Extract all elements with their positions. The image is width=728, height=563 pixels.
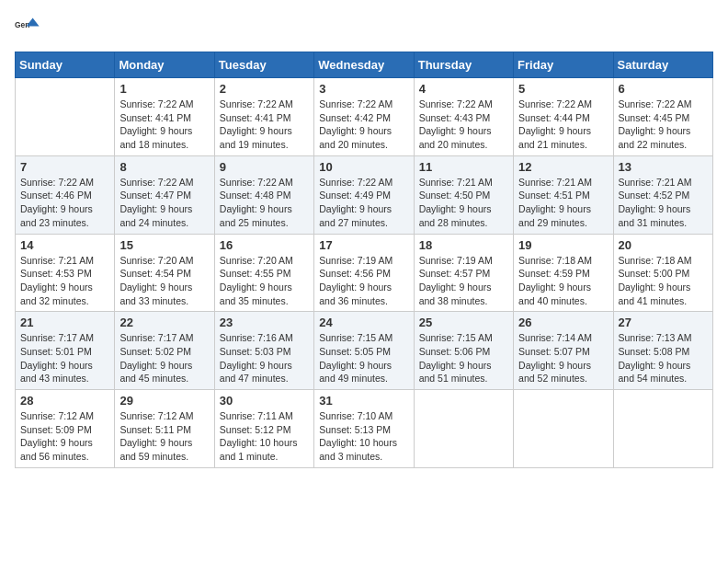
day-info: Sunrise: 7:22 AMSunset: 4:41 PMDaylight:… (220, 98, 309, 152)
day-info: Sunrise: 7:19 AMSunset: 4:56 PMDaylight:… (319, 254, 408, 308)
day-number: 6 (619, 82, 708, 96)
calendar-cell: 28Sunrise: 7:12 AMSunset: 5:09 PMDayligh… (16, 390, 115, 468)
day-info: Sunrise: 7:21 AMSunset: 4:53 PMDaylight:… (20, 254, 109, 308)
calendar-cell: 26Sunrise: 7:14 AMSunset: 5:07 PMDayligh… (514, 312, 613, 390)
day-info: Sunrise: 7:22 AMSunset: 4:45 PMDaylight:… (619, 98, 708, 152)
day-info: Sunrise: 7:21 AMSunset: 4:50 PMDaylight:… (419, 176, 508, 230)
weekday-header-tuesday: Tuesday (214, 52, 313, 78)
calendar-cell: 1Sunrise: 7:22 AMSunset: 4:41 PMDaylight… (115, 78, 214, 156)
day-info: Sunrise: 7:13 AMSunset: 5:08 PMDaylight:… (619, 331, 708, 385)
day-number: 15 (119, 238, 209, 252)
day-number: 3 (319, 82, 408, 96)
calendar-cell (613, 390, 712, 468)
day-info: Sunrise: 7:16 AMSunset: 5:03 PMDaylight:… (220, 331, 309, 385)
calendar-cell: 31Sunrise: 7:10 AMSunset: 5:13 PMDayligh… (314, 390, 414, 468)
weekday-header-saturday: Saturday (613, 52, 712, 78)
calendar-cell: 9Sunrise: 7:22 AMSunset: 4:48 PMDaylight… (214, 155, 313, 234)
day-info: Sunrise: 7:20 AMSunset: 4:55 PMDaylight:… (220, 254, 309, 308)
day-info: Sunrise: 7:22 AMSunset: 4:47 PMDaylight:… (119, 176, 209, 230)
day-info: Sunrise: 7:15 AMSunset: 5:05 PMDaylight:… (319, 331, 408, 385)
day-number: 16 (220, 238, 309, 252)
week-row-4: 21Sunrise: 7:17 AMSunset: 5:01 PMDayligh… (16, 312, 713, 390)
calendar-cell: 20Sunrise: 7:18 AMSunset: 5:00 PMDayligh… (613, 234, 712, 312)
calendar-cell: 2Sunrise: 7:22 AMSunset: 4:41 PMDaylight… (214, 78, 313, 156)
calendar-cell: 22Sunrise: 7:17 AMSunset: 5:02 PMDayligh… (115, 312, 214, 390)
day-info: Sunrise: 7:20 AMSunset: 4:54 PMDaylight:… (119, 254, 209, 308)
day-info: Sunrise: 7:14 AMSunset: 5:07 PMDaylight:… (518, 331, 608, 385)
calendar-cell: 23Sunrise: 7:16 AMSunset: 5:03 PMDayligh… (214, 312, 313, 390)
day-info: Sunrise: 7:12 AMSunset: 5:11 PMDaylight:… (119, 409, 209, 464)
day-info: Sunrise: 7:17 AMSunset: 5:02 PMDaylight:… (119, 331, 209, 385)
day-number: 11 (419, 160, 508, 174)
day-info: Sunrise: 7:15 AMSunset: 5:06 PMDaylight:… (419, 331, 508, 385)
calendar-cell (414, 390, 513, 468)
calendar-cell: 11Sunrise: 7:21 AMSunset: 4:50 PMDayligh… (414, 155, 513, 234)
day-info: Sunrise: 7:22 AMSunset: 4:42 PMDaylight:… (319, 98, 408, 152)
day-info: Sunrise: 7:19 AMSunset: 4:57 PMDaylight:… (419, 254, 508, 308)
weekday-header-wednesday: Wednesday (314, 52, 414, 78)
day-info: Sunrise: 7:22 AMSunset: 4:41 PMDaylight:… (119, 98, 209, 152)
calendar-cell: 5Sunrise: 7:22 AMSunset: 4:44 PMDaylight… (514, 78, 613, 156)
header: Gen (15, 15, 713, 40)
day-number: 10 (319, 160, 408, 174)
calendar-cell: 6Sunrise: 7:22 AMSunset: 4:45 PMDaylight… (613, 78, 712, 156)
calendar-cell: 25Sunrise: 7:15 AMSunset: 5:06 PMDayligh… (414, 312, 513, 390)
day-number: 31 (319, 394, 408, 408)
day-number: 14 (20, 238, 109, 252)
day-info: Sunrise: 7:18 AMSunset: 5:00 PMDaylight:… (619, 254, 708, 308)
calendar-cell (16, 78, 115, 156)
calendar-cell: 24Sunrise: 7:15 AMSunset: 5:05 PMDayligh… (314, 312, 414, 390)
weekday-header-friday: Friday (514, 52, 613, 78)
weekday-header-thursday: Thursday (414, 52, 513, 78)
day-info: Sunrise: 7:18 AMSunset: 4:59 PMDaylight:… (518, 254, 608, 308)
logo-icon: Gen (15, 15, 40, 40)
day-number: 4 (419, 82, 508, 96)
day-info: Sunrise: 7:10 AMSunset: 5:13 PMDaylight:… (319, 409, 408, 464)
day-info: Sunrise: 7:21 AMSunset: 4:51 PMDaylight:… (518, 176, 608, 230)
week-row-2: 7Sunrise: 7:22 AMSunset: 4:46 PMDaylight… (16, 155, 713, 234)
weekday-header-row: SundayMondayTuesdayWednesdayThursdayFrid… (16, 52, 713, 78)
day-number: 24 (319, 316, 408, 329)
calendar-cell: 14Sunrise: 7:21 AMSunset: 4:53 PMDayligh… (16, 234, 115, 312)
day-info: Sunrise: 7:17 AMSunset: 5:01 PMDaylight:… (20, 331, 109, 385)
day-number: 23 (220, 316, 309, 329)
day-number: 9 (220, 160, 309, 174)
day-number: 25 (419, 316, 508, 329)
day-number: 1 (119, 82, 209, 96)
calendar-cell: 3Sunrise: 7:22 AMSunset: 4:42 PMDaylight… (314, 78, 414, 156)
day-info: Sunrise: 7:22 AMSunset: 4:48 PMDaylight:… (220, 176, 309, 230)
day-number: 28 (20, 394, 109, 408)
day-info: Sunrise: 7:12 AMSunset: 5:09 PMDaylight:… (20, 409, 109, 464)
day-info: Sunrise: 7:21 AMSunset: 4:52 PMDaylight:… (619, 176, 708, 230)
calendar-cell: 30Sunrise: 7:11 AMSunset: 5:12 PMDayligh… (214, 390, 313, 468)
weekday-header-monday: Monday (115, 52, 214, 78)
day-number: 7 (20, 160, 109, 174)
day-info: Sunrise: 7:22 AMSunset: 4:49 PMDaylight:… (319, 176, 408, 230)
logo: Gen (15, 15, 44, 40)
weekday-header-sunday: Sunday (16, 52, 115, 78)
week-row-1: 1Sunrise: 7:22 AMSunset: 4:41 PMDaylight… (16, 78, 713, 156)
day-number: 29 (119, 394, 209, 408)
day-number: 12 (518, 160, 608, 174)
calendar-cell: 15Sunrise: 7:20 AMSunset: 4:54 PMDayligh… (115, 234, 214, 312)
day-number: 21 (20, 316, 109, 329)
calendar-cell: 18Sunrise: 7:19 AMSunset: 4:57 PMDayligh… (414, 234, 513, 312)
day-number: 2 (220, 82, 309, 96)
day-number: 20 (619, 238, 708, 252)
day-number: 26 (518, 316, 608, 329)
day-number: 8 (119, 160, 209, 174)
calendar-cell: 17Sunrise: 7:19 AMSunset: 4:56 PMDayligh… (314, 234, 414, 312)
day-info: Sunrise: 7:11 AMSunset: 5:12 PMDaylight:… (220, 409, 309, 464)
calendar-cell: 16Sunrise: 7:20 AMSunset: 4:55 PMDayligh… (214, 234, 313, 312)
calendar-cell (514, 390, 613, 468)
calendar-cell: 4Sunrise: 7:22 AMSunset: 4:43 PMDaylight… (414, 78, 513, 156)
day-info: Sunrise: 7:22 AMSunset: 4:44 PMDaylight:… (518, 98, 608, 152)
day-number: 30 (220, 394, 309, 408)
calendar-table: SundayMondayTuesdayWednesdayThursdayFrid… (15, 52, 713, 468)
calendar-cell: 27Sunrise: 7:13 AMSunset: 5:08 PMDayligh… (613, 312, 712, 390)
calendar-cell: 7Sunrise: 7:22 AMSunset: 4:46 PMDaylight… (16, 155, 115, 234)
week-row-3: 14Sunrise: 7:21 AMSunset: 4:53 PMDayligh… (16, 234, 713, 312)
calendar-cell: 19Sunrise: 7:18 AMSunset: 4:59 PMDayligh… (514, 234, 613, 312)
week-row-5: 28Sunrise: 7:12 AMSunset: 5:09 PMDayligh… (16, 390, 713, 468)
day-number: 18 (419, 238, 508, 252)
